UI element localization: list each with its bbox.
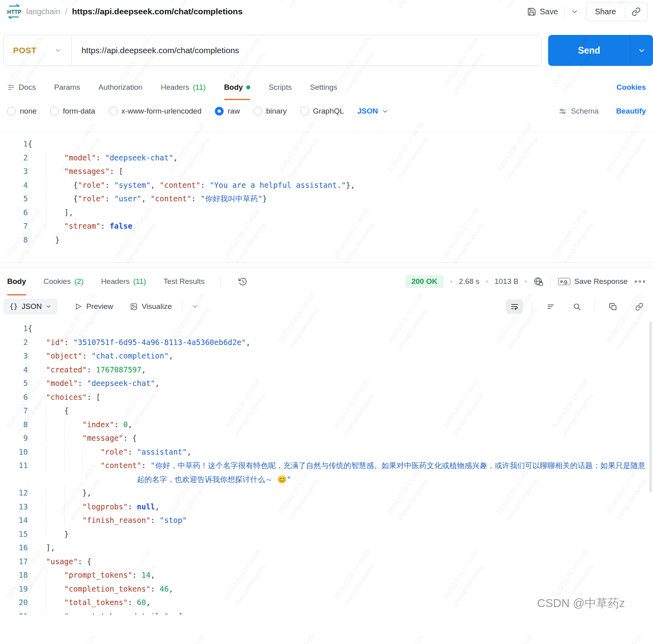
dot-separator: [486, 280, 488, 283]
tab-test-results[interactable]: Test Results: [164, 268, 205, 295]
divider: [220, 276, 221, 287]
radio-icon: [109, 107, 118, 116]
tab-response-cookies[interactable]: Cookies (2): [44, 268, 84, 295]
headers-count: (11): [193, 83, 206, 92]
panel-splitter[interactable]: [0, 262, 653, 268]
save-response-button[interactable]: e.g. Save Response: [558, 277, 628, 286]
api-client-window: HTTP langchain / https://api.deepseek.co…: [0, 0, 653, 644]
preview-icon: [74, 303, 82, 310]
url-input-box: POST https://api.deepseek.com/chat/compl…: [3, 35, 542, 66]
response-body-editor[interactable]: 1{2"id": "3510751f-6d95-4a96-8113-4a5360…: [0, 318, 653, 615]
radio-icon: [253, 107, 262, 116]
status-badge: 200 OK: [405, 275, 444, 288]
globe-lock-icon[interactable]: [533, 277, 543, 287]
body-modified-dot: [246, 85, 250, 89]
tab-params[interactable]: Params: [54, 75, 80, 100]
save-options-button[interactable]: [571, 8, 578, 15]
request-tabs: Docs Params Authorization Headers (11) B…: [0, 75, 653, 100]
cookies-link[interactable]: Cookies: [616, 83, 646, 92]
send-button[interactable]: Send: [548, 35, 653, 66]
body-type-urlencoded[interactable]: x-www-form-urlencoded: [109, 107, 202, 116]
copy-icon[interactable]: [605, 299, 621, 314]
save-icon: [527, 7, 536, 16]
beautify-button[interactable]: Beautify: [616, 107, 646, 116]
visualize-button[interactable]: Visualize: [130, 302, 172, 311]
response-size: 1013 B: [495, 277, 518, 286]
response-view-actions: [506, 299, 647, 314]
body-type-binary[interactable]: binary: [253, 107, 287, 116]
divider: [564, 6, 565, 17]
history-icon[interactable]: [238, 277, 247, 286]
response-headers-count: (11): [133, 277, 146, 286]
body-type-row: none form-data x-www-form-urlencoded raw…: [0, 100, 653, 122]
search-icon[interactable]: [568, 299, 585, 314]
radio-icon: [7, 107, 16, 116]
divider: [551, 276, 551, 287]
tab-response-body[interactable]: Body: [7, 268, 26, 295]
scrollbar-thumb[interactable]: [649, 322, 652, 492]
more-options-icon[interactable]: [634, 279, 646, 284]
tab-scripts[interactable]: Scripts: [269, 75, 292, 100]
divider: [182, 301, 182, 312]
chevron-down-icon: [55, 47, 61, 54]
tab-docs[interactable]: Docs: [7, 75, 36, 100]
link-icon[interactable]: [631, 299, 647, 314]
divider: [595, 301, 595, 312]
copy-link-icon[interactable]: [625, 7, 647, 16]
http-logo-icon: HTTP: [6, 4, 22, 19]
body-type-form-data[interactable]: form-data: [50, 107, 95, 116]
method-select[interactable]: POST: [4, 46, 71, 55]
body-type-graphql[interactable]: GraphQL: [300, 107, 344, 116]
share-button-group: Share: [586, 2, 647, 21]
response-status-group: 200 OK 2.68 s 1013 B e.g. Save Response: [405, 275, 646, 288]
body-type-actions: Schema Beautify: [558, 107, 646, 116]
response-time: 2.68 s: [459, 277, 479, 286]
schema-icon: [558, 107, 567, 116]
tab-settings[interactable]: Settings: [310, 75, 337, 100]
tab-authorization[interactable]: Authorization: [99, 75, 143, 100]
radio-icon: [50, 107, 59, 116]
top-bar-actions: Save Share: [527, 2, 647, 21]
dot-separator: [450, 280, 452, 283]
tab-headers[interactable]: Headers (11): [161, 75, 206, 100]
example-icon: e.g.: [558, 278, 570, 285]
divider: [532, 301, 533, 312]
body-type-raw[interactable]: raw: [215, 107, 240, 116]
response-toolbar: {} JSON Preview Visualize: [0, 295, 653, 318]
json-braces-icon: {}: [10, 303, 17, 310]
wrap-text-icon[interactable]: [506, 299, 523, 314]
breadcrumb-project[interactable]: langchain: [26, 7, 60, 16]
visualize-icon: [130, 303, 138, 310]
breadcrumb: langchain / https://api.deepseek.com/cha…: [26, 7, 243, 16]
radio-selected-icon: [215, 107, 224, 116]
docs-icon: [7, 83, 15, 91]
send-options-button[interactable]: [630, 35, 653, 66]
body-type-none[interactable]: none: [7, 107, 37, 116]
top-bar: HTTP langchain / https://api.deepseek.co…: [0, 0, 653, 23]
response-format-select[interactable]: {} JSON: [3, 299, 58, 314]
svg-text:HTTP: HTTP: [7, 9, 21, 15]
preview-button[interactable]: Preview: [74, 302, 113, 311]
tab-body[interactable]: Body: [224, 75, 251, 100]
request-body-editor[interactable]: 1{2"model": "deepseek-chat",3"messages":…: [0, 132, 653, 262]
filter-icon[interactable]: [542, 299, 559, 314]
breadcrumb-separator: /: [65, 7, 68, 16]
save-button[interactable]: Save: [527, 7, 558, 16]
share-button[interactable]: Share: [586, 7, 625, 16]
request-bar: POST https://api.deepseek.com/chat/compl…: [3, 35, 653, 66]
tab-response-headers[interactable]: Headers (11): [101, 268, 146, 295]
cookies-count: (2): [74, 277, 83, 286]
more-views-icon[interactable]: [192, 303, 198, 310]
url-input[interactable]: https://api.deepseek.com/chat/completion…: [72, 46, 239, 55]
response-tabs: Body Cookies (2) Headers (11) Test Resul…: [0, 268, 653, 295]
dot-separator: [525, 280, 527, 283]
breadcrumb-title: https://api.deepseek.com/chat/completion…: [72, 7, 242, 16]
raw-format-select[interactable]: JSON: [357, 107, 388, 116]
schema-button[interactable]: Schema: [558, 107, 599, 116]
radio-icon: [300, 107, 309, 116]
